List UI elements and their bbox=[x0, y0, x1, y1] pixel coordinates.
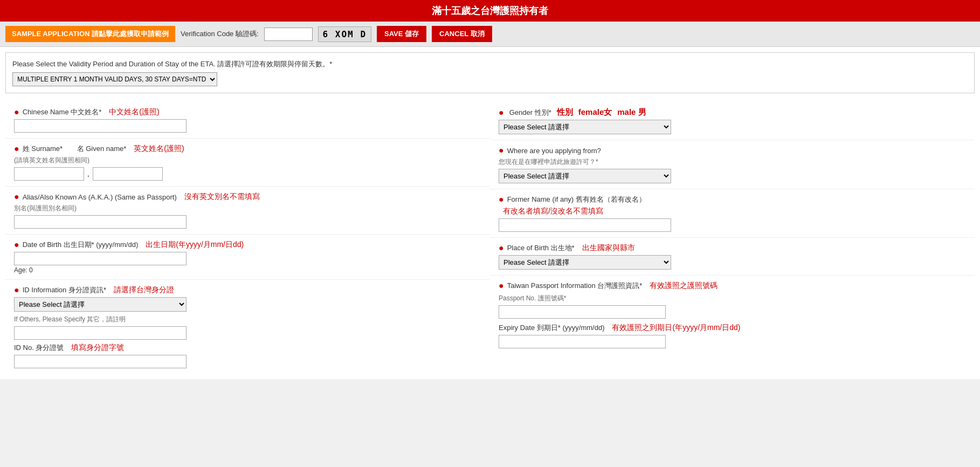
chinese-name-section: ● Chinese Name 中文姓名* 中文姓名(護照) bbox=[5, 102, 490, 138]
top-bar: SAMPLE APPLICATION 請點擊此處獲取申請範例 Verificat… bbox=[0, 22, 980, 47]
age-display: Age: 0 bbox=[14, 266, 481, 274]
alias-hint: 沒有英文別名不需填寫 bbox=[184, 192, 260, 202]
surname-givenname-section: ● 姓 Surname* 名 Given name* 英文姓名(護照) (請填英… bbox=[5, 138, 490, 186]
gender-hint2: female女 bbox=[578, 107, 612, 118]
where-applying-label: ● Where are you applying from? bbox=[499, 146, 966, 155]
passport-no-label: Passport No. 護照號碼* bbox=[499, 294, 966, 303]
validity-section: Please Select the Validity Period and Du… bbox=[5, 52, 975, 93]
dob-section: ● Date of Birth 出生日期* (yyyy/mm/dd) 出生日期(… bbox=[5, 234, 490, 279]
id-no-label: ID No. 身分證號 填寫身分證字號 bbox=[14, 343, 481, 353]
name-sublabel: (請填英文姓名與護照相同) bbox=[14, 156, 481, 165]
alias-sublabel: 別名(與護照別名相同) bbox=[14, 204, 481, 213]
right-column: ● Gender 性別* 性別 female女 male 男 Please Se… bbox=[490, 102, 975, 374]
required-dot: ● bbox=[14, 192, 19, 202]
alias-label: ● Alias/Also Known As (A.K.A.) (Same as … bbox=[14, 192, 481, 202]
id-info-label: ● ID Information 身分證資訊* 請選擇台灣身分證 bbox=[14, 285, 481, 295]
required-dot: ● bbox=[499, 243, 504, 253]
required-dot: ● bbox=[14, 144, 19, 154]
former-name-input[interactable] bbox=[499, 218, 671, 232]
gender-hint3: male 男 bbox=[617, 107, 646, 118]
expiry-hint: 有效護照之到期日(年yyyy/月mm/日dd) bbox=[612, 323, 740, 333]
expiry-input[interactable] bbox=[499, 335, 666, 348]
pob-select[interactable]: Please Select 請選擇 bbox=[499, 255, 671, 270]
sample-application-button[interactable]: SAMPLE APPLICATION 請點擊此處獲取申請範例 bbox=[5, 26, 175, 42]
dob-input[interactable] bbox=[14, 252, 187, 265]
required-dot: ● bbox=[14, 107, 19, 117]
save-button[interactable]: SAVE 儲存 bbox=[377, 26, 426, 42]
taiwan-passport-section: ● Taiwan Passport Information 台灣護照資訊* 有效… bbox=[490, 275, 975, 354]
validity-select[interactable]: MULTIPLE ENTRY 1 MONTH VALID DAYS, 30 ST… bbox=[12, 72, 217, 86]
verification-input[interactable] bbox=[264, 28, 313, 41]
former-name-section: ● Former Name (if any) 舊有姓名（若有改名） 有改名者填寫… bbox=[490, 189, 975, 237]
alias-section: ● Alias/Also Known As (A.K.A.) (Same as … bbox=[5, 186, 490, 234]
name-inputs-row: , bbox=[14, 167, 481, 181]
required-dot: ● bbox=[14, 240, 19, 250]
given-name-input[interactable] bbox=[93, 167, 163, 181]
verification-label: Verification Code 驗證碼: bbox=[181, 29, 259, 39]
pob-label: ● Place of Birth 出生地* 出生國家與縣市 bbox=[499, 243, 966, 253]
pob-hint: 出生國家與縣市 bbox=[582, 243, 635, 253]
chinese-name-label: ● Chinese Name 中文姓名* 中文姓名(護照) bbox=[14, 107, 481, 117]
validity-label: Please Select the Validity Period and Du… bbox=[12, 59, 968, 69]
former-name-label: ● Former Name (if any) 舊有姓名（若有改名） bbox=[499, 195, 966, 204]
id-no-hint: 填寫身分證字號 bbox=[71, 343, 124, 353]
where-applying-section: ● Where are you applying from? 您現在是在哪裡申請… bbox=[490, 140, 975, 189]
taiwan-passport-hint: 有效護照之護照號碼 bbox=[650, 281, 717, 291]
page-title: 滿十五歲之台灣護照持有者 bbox=[0, 0, 980, 22]
id-others-input[interactable] bbox=[14, 326, 187, 340]
chinese-name-hint: 中文姓名(護照) bbox=[109, 107, 159, 117]
id-others-label: If Others, Please Specify 其它，請註明 bbox=[14, 315, 481, 324]
required-dot: ● bbox=[499, 146, 504, 155]
required-dot: ● bbox=[499, 281, 504, 291]
gender-label: ● Gender 性別* 性別 female女 male 男 bbox=[499, 107, 966, 118]
captcha-image: 6 XOM D bbox=[318, 26, 371, 42]
gender-section: ● Gender 性別* 性別 female女 male 男 Please Se… bbox=[490, 102, 975, 140]
where-applying-sub: 您現在是在哪裡申請此旅遊許可？* bbox=[499, 157, 966, 167]
form-grid: ● Chinese Name 中文姓名* 中文姓名(護照) ● 姓 Surnam… bbox=[5, 102, 975, 374]
main-content: Please Select the Validity Period and Du… bbox=[0, 47, 980, 379]
left-column: ● Chinese Name 中文姓名* 中文姓名(護照) ● 姓 Surnam… bbox=[5, 102, 490, 374]
id-no-input[interactable] bbox=[14, 355, 187, 368]
required-dot: ● bbox=[499, 195, 504, 204]
dob-hint: 出生日期(年yyyy/月mm/日dd) bbox=[146, 240, 244, 250]
id-info-hint: 請選擇台灣身分證 bbox=[114, 285, 174, 295]
former-name-hint: 有改名者填寫/沒改名不需填寫 bbox=[503, 207, 966, 216]
alias-input[interactable] bbox=[14, 215, 187, 229]
expiry-label: Expiry Date 到期日* (yyyy/mm/dd) 有效護照之到期日(年… bbox=[499, 323, 966, 333]
name-separator: , bbox=[87, 170, 89, 178]
id-info-section: ● ID Information 身分證資訊* 請選擇台灣身分證 Please … bbox=[5, 279, 490, 374]
required-dot: ● bbox=[499, 108, 504, 118]
gender-hint1: 性別 bbox=[557, 107, 573, 118]
cancel-button[interactable]: CANCEL 取消 bbox=[432, 26, 492, 42]
dob-label: ● Date of Birth 出生日期* (yyyy/mm/dd) 出生日期(… bbox=[14, 240, 481, 250]
surname-input[interactable] bbox=[14, 167, 84, 181]
pob-section: ● Place of Birth 出生地* 出生國家與縣市 Please Sel… bbox=[490, 237, 975, 275]
english-name-hint: 英文姓名(護照) bbox=[134, 144, 184, 154]
taiwan-passport-label: ● Taiwan Passport Information 台灣護照資訊* 有效… bbox=[499, 281, 966, 291]
where-applying-select[interactable]: Please Select 請選擇 Please Select 331813 bbox=[499, 169, 671, 183]
chinese-name-input[interactable] bbox=[14, 119, 187, 133]
gender-select[interactable]: Please Select 請選擇 female 女 male 男 bbox=[499, 120, 671, 134]
required-dot: ● bbox=[14, 285, 19, 295]
id-type-select[interactable]: Please Select 請選擇 Please Select 1448813 bbox=[14, 297, 187, 312]
surname-given-label: ● 姓 Surname* 名 Given name* 英文姓名(護照) bbox=[14, 144, 481, 154]
passport-no-input[interactable] bbox=[499, 305, 666, 319]
